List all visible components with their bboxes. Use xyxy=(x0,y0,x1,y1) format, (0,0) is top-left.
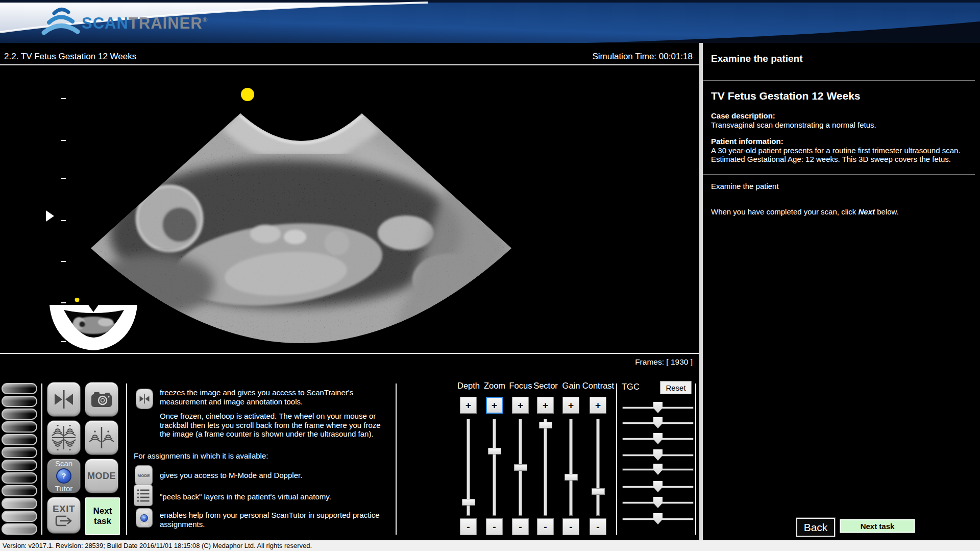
next-task-button-right[interactable]: Next task xyxy=(840,519,915,533)
tgc-band-handle[interactable] xyxy=(653,497,663,508)
tgc-pill xyxy=(2,434,37,445)
simulation-time: Simulation Time: 00:01:18 xyxy=(592,52,693,62)
task-line: Examine the patient xyxy=(711,182,779,190)
svg-text:SCANTRAINER®: SCANTRAINER® xyxy=(82,14,208,32)
version-text: Version: v2017.1. Revision: 28539; Build… xyxy=(3,542,312,549)
tgc-panel: TGC Reset xyxy=(619,380,696,539)
help-cineloop-text: Once frozen, cineloop is activated. The … xyxy=(160,412,381,439)
gain-increase-button[interactable]: + xyxy=(562,397,579,414)
contrast-increase-button[interactable]: + xyxy=(590,397,606,414)
contrast-slider-track[interactable] xyxy=(597,419,599,515)
case-description-label: Case description: xyxy=(711,111,775,120)
sector-decrease-button[interactable]: - xyxy=(537,518,554,535)
sector-slider-track[interactable] xyxy=(544,419,547,515)
tgc-pill xyxy=(2,498,37,509)
ruler-tick xyxy=(61,178,66,179)
exit-button[interactable]: EXIT xyxy=(47,497,80,533)
help-tutor-text: enables help from your personal ScanTuto… xyxy=(160,511,380,529)
tgc-pill xyxy=(2,511,37,522)
tgc-band-handle[interactable] xyxy=(653,402,663,413)
tgc-pill xyxy=(2,472,37,484)
scan-tutor-label-bottom: Tutor xyxy=(55,485,72,492)
tgc-band-handle[interactable] xyxy=(653,433,663,444)
tutor-icon-small-top: Scan xyxy=(140,510,149,514)
exit-icon xyxy=(54,515,74,527)
header-art: SCANTRAINER® xyxy=(0,0,980,43)
tgc-band-handle[interactable] xyxy=(653,464,663,475)
sector-slider-handle[interactable] xyxy=(539,422,552,428)
tgc-pill xyxy=(2,421,37,433)
zoom-slider-track[interactable] xyxy=(493,419,496,515)
tgc-pill xyxy=(2,485,37,496)
depth-increase-button[interactable]: + xyxy=(460,397,477,414)
sector-increase-button[interactable]: + xyxy=(537,397,554,414)
tgc-pill xyxy=(2,447,37,458)
tgc-pill xyxy=(2,460,37,471)
freeze-icon-small xyxy=(136,389,153,409)
help-layers-text: "peels back" layers in the patient's vir… xyxy=(160,492,331,501)
instruction-next-emphasis: Next xyxy=(858,207,875,216)
contrast-slider-handle[interactable] xyxy=(592,488,605,495)
mode-icon-small: MODE xyxy=(135,466,152,485)
exit-button-label: EXIT xyxy=(53,504,75,515)
scan-tutor-button[interactable]: Scan ? Tutor xyxy=(47,459,80,493)
app-header: SCANTRAINER® xyxy=(0,0,980,43)
mode-button-label: MODE xyxy=(87,471,116,482)
tgc-band-handle[interactable] xyxy=(653,513,663,524)
gain-slider-track[interactable] xyxy=(570,419,572,515)
focus-increase-button[interactable]: + xyxy=(512,397,529,414)
patient-information-label: Patient information: xyxy=(711,137,783,146)
brand-part1: SCAN xyxy=(82,14,129,32)
patient-information-text: A 30 year-old patient presents for a rou… xyxy=(711,146,980,163)
divider xyxy=(396,384,397,535)
divider xyxy=(703,174,975,175)
panel-divider xyxy=(699,43,703,540)
right-panel-case-title: TV Fetus Gestation 12 Weeks xyxy=(711,90,861,102)
contrast-decrease-button[interactable]: - xyxy=(590,518,606,535)
gain-slider-handle[interactable] xyxy=(565,474,578,481)
depth-decrease-button[interactable]: - xyxy=(460,518,477,535)
tgc-hardware-pills xyxy=(2,383,37,536)
next-task-button[interactable]: Next task xyxy=(85,497,120,535)
layers-icon-small xyxy=(134,485,152,506)
mode-icon-small-label: MODE xyxy=(138,473,150,478)
tgc-band-handle[interactable] xyxy=(653,417,663,428)
divider xyxy=(0,353,699,354)
camera-icon xyxy=(90,389,113,410)
tutor-icon-small-q: ? xyxy=(140,514,148,522)
status-bar: Version: v2017.1. Revision: 28539; Build… xyxy=(0,540,980,551)
snapshot-button[interactable] xyxy=(85,382,118,416)
focus-decrease-button[interactable]: - xyxy=(512,518,529,535)
scan-tutor-label-top: Scan xyxy=(55,460,72,467)
depth-slider-handle[interactable] xyxy=(462,499,475,506)
frame-counter: Frames: [ 1930 ] xyxy=(635,357,693,367)
zoom-increase-button[interactable]: + xyxy=(486,397,503,414)
zoom-slider-handle[interactable] xyxy=(488,448,501,454)
tgc-reset-button[interactable]: Reset xyxy=(660,381,692,394)
back-button[interactable]: Back xyxy=(796,518,835,537)
ruler-tick xyxy=(61,220,66,221)
help-freeze-text: freezes the image and gives you access t… xyxy=(160,388,353,406)
tgc-band-handle[interactable] xyxy=(653,449,663,461)
gain-decrease-button[interactable]: - xyxy=(562,518,579,535)
zoom-decrease-button[interactable]: - xyxy=(486,518,503,535)
divider xyxy=(41,384,42,535)
tgc-pill xyxy=(2,396,37,407)
quad-view-button[interactable] xyxy=(47,421,80,454)
tgc-pill xyxy=(2,523,37,535)
ruler-tick xyxy=(61,98,66,99)
freeze-button[interactable] xyxy=(47,382,80,416)
brand-part2: TRAINER xyxy=(129,14,203,32)
next-task-button-label: Next task xyxy=(86,506,119,526)
contrast-label: Contrast xyxy=(582,381,615,391)
dual-view-button[interactable] xyxy=(85,421,118,454)
thumbnail-marker xyxy=(75,298,80,302)
probe-arrow-icon xyxy=(46,210,54,222)
mode-button[interactable]: MODE xyxy=(85,459,118,493)
ruler-tick xyxy=(61,140,66,141)
tutor-icon-small-bottom: Tutor xyxy=(140,522,148,526)
instruction-suffix: below. xyxy=(875,207,899,216)
dual-view-icon xyxy=(89,425,114,450)
tgc-band-handle[interactable] xyxy=(653,481,663,492)
focus-slider-handle[interactable] xyxy=(514,464,527,471)
